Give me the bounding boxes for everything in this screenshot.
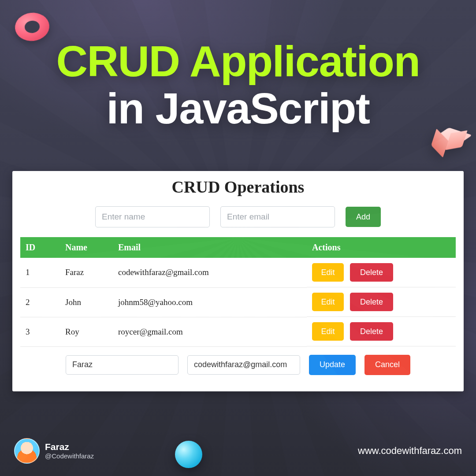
page-headline: CRUD Application in JavaScript <box>0 38 476 132</box>
profile: Faraz @Codewithfaraz <box>14 438 94 464</box>
headline-line2: in JavaScript <box>0 85 476 132</box>
author-name: Faraz <box>45 442 94 452</box>
edit-form: Update Cancel <box>20 355 456 375</box>
col-id: ID <box>20 237 60 258</box>
cell-name: Roy <box>60 317 113 346</box>
col-name: Name <box>60 237 113 258</box>
col-email: Email <box>113 237 307 258</box>
cell-actions: Edit Delete <box>307 287 456 317</box>
edit-name-input[interactable] <box>66 355 178 375</box>
table-row: 3 Roy roycer@gmail.com Edit Delete <box>20 317 456 346</box>
cell-name: John <box>60 287 113 317</box>
cell-email: codewithfaraz@gmail.com <box>113 258 307 287</box>
delete-button[interactable]: Delete <box>350 293 393 311</box>
cell-email: johnm58@yahoo.com <box>113 287 307 317</box>
records-table: ID Name Email Actions 1 Faraz codewithfa… <box>20 237 456 347</box>
footer: Faraz @Codewithfaraz www.codewithfaraz.c… <box>14 438 462 464</box>
crud-card: CRUD Operations Add ID Name Email Action… <box>12 171 464 391</box>
edit-button[interactable]: Edit <box>312 322 344 341</box>
name-input[interactable] <box>95 206 210 227</box>
cell-id: 1 <box>20 258 60 287</box>
cell-actions: Edit Delete <box>307 258 456 287</box>
avatar <box>14 438 40 464</box>
cell-id: 2 <box>20 287 60 317</box>
edit-button[interactable]: Edit <box>312 263 344 282</box>
edit-email-input[interactable] <box>187 355 300 375</box>
email-input[interactable] <box>220 206 335 227</box>
card-title: CRUD Operations <box>20 177 456 197</box>
add-form: Add <box>20 206 456 227</box>
delete-button[interactable]: Delete <box>350 263 393 282</box>
update-button[interactable]: Update <box>309 355 356 375</box>
headline-line1: CRUD Application <box>0 38 476 85</box>
author-handle: @Codewithfaraz <box>45 452 94 460</box>
table-row: 2 John johnm58@yahoo.com Edit Delete <box>20 287 456 317</box>
delete-button[interactable]: Delete <box>350 322 393 341</box>
cell-actions: Edit Delete <box>307 317 456 346</box>
cancel-button[interactable]: Cancel <box>364 355 410 375</box>
cell-name: Faraz <box>60 258 113 287</box>
cell-id: 3 <box>20 317 60 346</box>
col-actions: Actions <box>307 237 456 258</box>
add-button[interactable]: Add <box>346 207 381 227</box>
table-row: 1 Faraz codewithfaraz@gmail.com Edit Del… <box>20 258 456 287</box>
edit-button[interactable]: Edit <box>312 293 344 311</box>
cell-email: roycer@gmail.com <box>113 317 307 346</box>
site-url: www.codewithfaraz.com <box>358 445 462 457</box>
